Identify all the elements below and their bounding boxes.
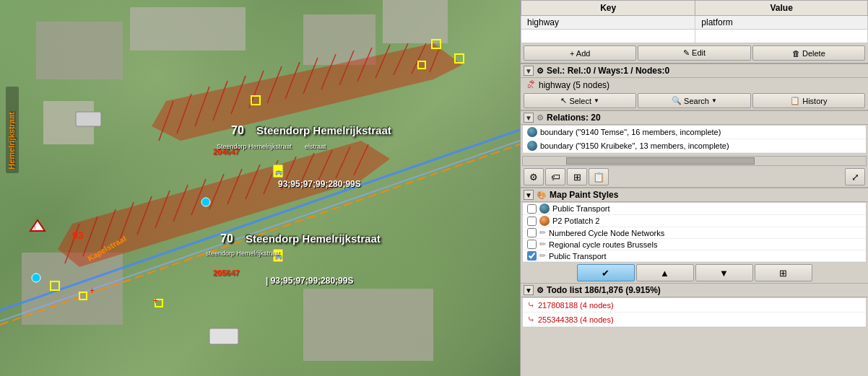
relation-text-1: boundary ("9150 Kruibeke", 13 members, i…: [540, 141, 729, 150]
relation-globe-icon-0: [527, 127, 537, 137]
svg-rect-60: [6, 87, 19, 173]
select-search-history-row: ↖ Select ▼ 🔍 Search ▼ 📋 History: [521, 92, 868, 110]
num-70-bottom: 70: [220, 232, 233, 245]
map-svg-overlay: 🚌 🚌 ! + +: [0, 0, 520, 376]
select-label: Select: [569, 97, 591, 105]
search-dropdown-arrow: ▼: [711, 97, 717, 104]
paint-item-4[interactable]: ✏ Public Transport: [523, 250, 866, 262]
delete-button[interactable]: 🗑 Delete: [752, 45, 865, 61]
toolbar-paste-icon[interactable]: 📋: [589, 168, 609, 185]
kv-header-key: Key: [521, 1, 695, 16]
paint-checkbox-4[interactable]: [527, 251, 537, 261]
paint-label-3: Regional cycle routes Brussels: [549, 240, 657, 249]
horizontal-scrollbar[interactable]: [522, 156, 867, 166]
map-paint-header-text: Map Paint Styles: [550, 190, 618, 200]
small-label-elstraat: elstraat: [305, 143, 326, 150]
svg-marker-61: [30, 220, 45, 231]
svg-line-10: [0, 130, 520, 310]
check-button[interactable]: ✔: [577, 264, 635, 281]
down-button[interactable]: ▼: [695, 264, 753, 281]
grid-button[interactable]: ⊞: [755, 264, 812, 281]
paint-checkbox-2[interactable]: [527, 228, 537, 237]
relations-list: boundary ("9140 Temse", 16 members, inco…: [522, 125, 867, 154]
kv-value-platform[interactable]: platform: [695, 16, 868, 30]
svg-text:+: +: [153, 296, 158, 306]
up-button[interactable]: ▲: [636, 264, 694, 281]
todo-text-1: 255344383 (4 nodes): [538, 315, 614, 324]
map-paint-styles-header[interactable]: ▼ 🎨 Map Paint Styles: [521, 188, 868, 202]
toolbar-resize-icon[interactable]: ⤢: [845, 168, 865, 185]
todo-text-0: 217808188 (4 nodes): [538, 301, 614, 310]
paint-pencil-icon-3: ✏: [539, 240, 546, 249]
svg-rect-7: [76, 112, 101, 126]
paint-styles-list: Public Transport P2 Potlatch 2 ✏ Numbere…: [522, 202, 867, 263]
todo-list-header[interactable]: ▼ ⚙ Todo list 186/1,876 (9.915%): [521, 283, 868, 297]
paint-checkbox-1[interactable]: [527, 217, 537, 226]
paint-globe-icon-1: [539, 216, 550, 226]
search-button[interactable]: 🔍 Search ▼: [638, 93, 750, 108]
paint-item-0[interactable]: Public Transport: [523, 203, 866, 215]
search-label: Search: [684, 97, 709, 105]
paint-globe-icon-0: [539, 204, 550, 214]
svg-point-54: [201, 198, 210, 206]
kv-table: Key Value highway platform: [521, 0, 868, 43]
svg-rect-3: [383, 0, 448, 43]
relations-header[interactable]: ▼ ⚙ Relations: 20: [521, 110, 868, 125]
select-icon: ↖: [560, 96, 567, 105]
todo-list: ⤷ 217808188 (4 nodes) ⤷ 255344383 (4 nod…: [522, 297, 867, 328]
relation-item-1[interactable]: boundary ("9150 Kruibeke", 13 members, i…: [523, 139, 866, 153]
history-button[interactable]: 📋 History: [752, 93, 865, 108]
way-info-text: highway (5 nodes): [539, 80, 609, 90]
select-button[interactable]: ↖ Select ▼: [524, 93, 636, 108]
relation-text-0: boundary ("9140 Temse", 16 members, inco…: [540, 128, 721, 136]
history-label: History: [802, 97, 827, 105]
paint-item-2[interactable]: ✏ Numbered Cycle Node Networks: [523, 227, 866, 239]
svg-rect-1: [130, 7, 246, 51]
todo-expand-icon: ▼: [524, 285, 534, 295]
edit-button[interactable]: ✎ Edit: [638, 45, 750, 61]
todo-icon-1: ⤷: [527, 314, 535, 325]
paint-item-1[interactable]: P2 Potlatch 2: [523, 215, 866, 227]
todo-item-0[interactable]: ⤷ 217808188 (4 nodes): [523, 298, 866, 312]
arrow-buttons-row: ✔ ▲ ▼ ⊞: [521, 263, 868, 283]
icon-toolbar: ⚙ 🏷 ⊞ 📋 ⤢: [521, 167, 868, 188]
relations-expand-icon: ▼: [524, 113, 534, 123]
paint-item-3[interactable]: ✏ Regional cycle routes Brussels: [523, 239, 866, 250]
history-icon: 📋: [790, 96, 800, 105]
todo-item-1[interactable]: ⤷ 255344383 (4 nodes): [523, 312, 866, 327]
paint-label-4: Public Transport: [549, 252, 606, 261]
map-panel[interactable]: 🚌 🚌 ! + + Hemelrijkstraat Steendorp Heme…: [0, 0, 520, 376]
svg-rect-0: [36, 22, 123, 79]
kv-header-value: Value: [695, 1, 868, 16]
route-label-bottom: | 93;95;97;99;280;99S: [266, 276, 353, 286]
route-label-top: 93;95;97;99;280;99S: [278, 179, 361, 189]
num-93: 93: [72, 229, 84, 241]
add-button[interactable]: + Add: [524, 45, 636, 61]
toolbar-copy-icon[interactable]: ⊞: [567, 168, 587, 185]
paint-checkbox-0[interactable]: [527, 204, 537, 214]
kv-row-highway[interactable]: highway platform: [521, 16, 868, 30]
relation-item-0[interactable]: boundary ("9140 Temse", 16 members, inco…: [523, 126, 866, 139]
relation-globe-icon-1: [527, 141, 537, 151]
svg-rect-5: [303, 289, 433, 361]
toolbar-tag-icon[interactable]: 🏷: [545, 168, 565, 185]
svg-text:🚌: 🚌: [275, 168, 282, 175]
svg-rect-8: [209, 328, 238, 344]
search-icon: 🔍: [672, 96, 682, 105]
paint-label-0: Public Transport: [552, 204, 609, 213]
toolbar-settings-icon[interactable]: ⚙: [524, 168, 544, 185]
svg-text:+: +: [90, 286, 95, 296]
relations-header-text: Relations: 20: [547, 113, 601, 123]
way-info-row: ⛐ highway (5 nodes): [521, 78, 868, 92]
todo-icon-0: ⤷: [527, 300, 535, 310]
small-label-steendorp-bottom: steendorp Hemelrijkstraat: [206, 250, 280, 257]
sel-expand-icon: ▼: [524, 66, 534, 76]
sel-info-header[interactable]: ▼ ⚙ Sel.: Rel.:0 / Ways:1 / Nodes:0: [521, 64, 868, 78]
paint-checkbox-3[interactable]: [527, 240, 537, 249]
paint-pencil-icon-2: ✏: [539, 228, 546, 237]
kv-key-highway[interactable]: highway: [521, 16, 695, 30]
paint-label-1: P2 Potlatch 2: [552, 217, 599, 225]
kv-row-empty: [521, 30, 868, 43]
svg-rect-4: [22, 253, 123, 325]
scroll-thumb[interactable]: [566, 157, 755, 165]
